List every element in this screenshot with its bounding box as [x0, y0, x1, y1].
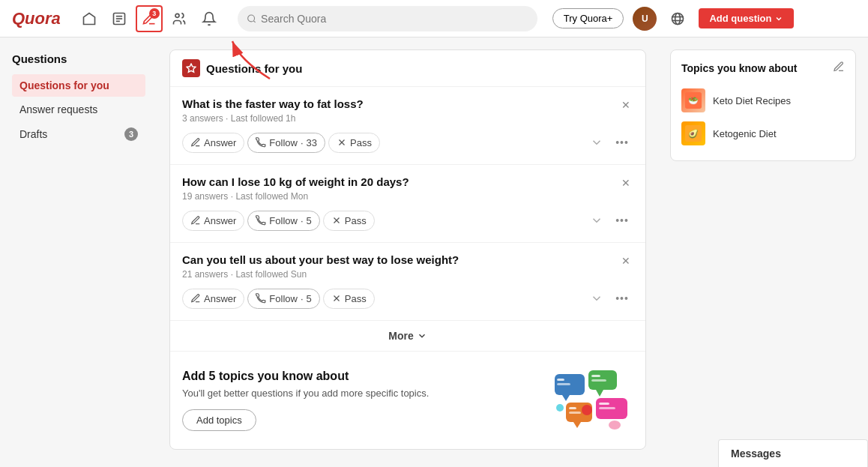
more-button[interactable]: More: [170, 321, 645, 352]
question-2-actions: Answer Follow · 5 Pass •••: [182, 209, 633, 232]
question-1-actions: Answer Follow · 33 Pass •••: [182, 131, 633, 154]
svg-text:🥗: 🥗: [688, 95, 699, 106]
quora-logo: Quora: [12, 9, 61, 28]
follow-q3-btn[interactable]: Follow · 5: [247, 289, 319, 309]
svg-text:🥑: 🥑: [688, 128, 699, 139]
messages-panel[interactable]: Messages: [718, 439, 868, 462]
user-avatar[interactable]: U: [633, 7, 657, 31]
topics-illustration: [551, 367, 633, 434]
svg-marker-24: [596, 390, 603, 397]
try-quora-button[interactable]: Try Quora+: [552, 8, 624, 28]
answers-icon-btn[interactable]: [106, 5, 133, 32]
close-question-1-btn[interactable]: ✕: [618, 97, 633, 112]
more-q1-btn[interactable]: •••: [611, 131, 633, 154]
app-header: Quora 3 Try Quora+ U: [0, 0, 868, 37]
add-topics-title: Add 5 topics you know about: [182, 370, 429, 383]
sidebar-item-drafts[interactable]: Drafts 3: [12, 122, 145, 146]
sidebar-item-label: Drafts: [19, 128, 47, 140]
svg-point-35: [556, 404, 564, 412]
downvote-q1-btn[interactable]: [585, 131, 608, 154]
sidebar-section-title: Questions: [12, 52, 145, 65]
close-question-3-btn[interactable]: ✕: [618, 253, 633, 268]
add-topics-button[interactable]: Add topics: [182, 409, 256, 431]
nav-icons: 3: [76, 5, 223, 32]
svg-point-6: [247, 15, 254, 22]
notifications-icon-btn[interactable]: [196, 5, 223, 32]
questions-header-icon: [182, 59, 200, 77]
add-topics-text: Add 5 topics you know about You'll get b…: [182, 370, 429, 431]
svg-point-8: [672, 13, 684, 24]
answer-q1-btn[interactable]: Answer: [182, 133, 244, 153]
topics-panel: Topics you know about 🥗 Keto Diet Recipe…: [670, 49, 856, 161]
ketogenic-diet-icon: 🥑: [681, 121, 705, 145]
answer-q3-btn[interactable]: Answer: [182, 289, 244, 309]
topics-panel-header: Topics you know about: [681, 61, 845, 75]
drafts-badge: 3: [124, 127, 138, 141]
question-item: ✕ Can you tell us about your best way to…: [170, 243, 645, 321]
main-content: Questions for you ✕ What is the faster w…: [157, 37, 658, 462]
language-icon-btn[interactable]: [666, 7, 690, 31]
question-1-meta: 3 answers · Last followed 1h: [182, 113, 633, 124]
questions-card: Questions for you ✕ What is the faster w…: [169, 49, 646, 450]
question-3-meta: 21 answers · Last followed Sun: [182, 269, 633, 280]
question-2-meta: 19 answers · Last followed Mon: [182, 191, 633, 202]
svg-point-36: [609, 421, 621, 430]
more-q2-btn[interactable]: •••: [611, 209, 633, 232]
svg-rect-33: [599, 407, 615, 409]
downvote-q2-btn[interactable]: [585, 209, 608, 232]
pass-q3-btn[interactable]: Pass: [323, 289, 375, 309]
question-item: ✕ What is the faster way to fat loss? 3 …: [170, 87, 645, 165]
follow-q1-btn[interactable]: Follow · 33: [247, 133, 325, 153]
sidebar-right: Topics you know about 🥗 Keto Diet Recipe…: [658, 37, 868, 462]
downvote-q3-btn[interactable]: [585, 287, 608, 310]
topic-item[interactable]: 🥑 Ketogenic Diet: [681, 117, 845, 150]
svg-rect-21: [557, 379, 564, 381]
add-topics-section: Add 5 topics you know about You'll get b…: [170, 352, 645, 449]
main-layout: Questions Questions for you Answer reque…: [0, 37, 868, 462]
add-question-button[interactable]: Add question: [699, 8, 794, 28]
topic-item[interactable]: 🥗 Keto Diet Recipes: [681, 84, 845, 117]
write-badge: 3: [149, 8, 160, 19]
svg-point-9: [675, 13, 681, 24]
question-3-title: Can you tell us about your best way to l…: [182, 253, 633, 266]
question-1-title: What is the faster way to fat loss?: [182, 97, 633, 110]
svg-rect-32: [599, 403, 609, 405]
card-header: Questions for you: [170, 50, 645, 87]
svg-rect-25: [591, 375, 600, 377]
pass-q1-btn[interactable]: Pass: [328, 133, 380, 153]
home-icon-btn[interactable]: [76, 5, 103, 32]
keto-diet-label: Keto Diet Recipes: [713, 95, 791, 106]
svg-rect-22: [557, 383, 570, 385]
svg-rect-29: [569, 407, 576, 409]
keto-diet-icon: 🥗: [681, 88, 705, 112]
search-input[interactable]: [261, 13, 528, 25]
svg-marker-20: [562, 395, 570, 401]
sidebar-item-label: Answer requests: [19, 103, 97, 115]
question-2-title: How can I lose 10 kg of weight in 20 day…: [182, 175, 633, 188]
add-topics-desc: You'll get better questions if you add m…: [182, 388, 429, 399]
question-item: ✕ How can I lose 10 kg of weight in 20 d…: [170, 165, 645, 243]
sidebar-item-label: Questions for you: [19, 79, 109, 91]
svg-rect-26: [591, 379, 606, 382]
sidebar-item-questions-for-you[interactable]: Questions for you: [12, 74, 145, 97]
svg-point-4: [175, 13, 179, 17]
sidebar-item-answer-requests[interactable]: Answer requests: [12, 98, 145, 121]
svg-line-7: [253, 20, 255, 22]
search-icon: [247, 13, 256, 24]
write-icon-btn[interactable]: 3: [136, 5, 163, 32]
people-icon-btn[interactable]: [166, 5, 193, 32]
ketogenic-diet-label: Ketogenic Diet: [713, 128, 777, 139]
answer-q2-btn[interactable]: Answer: [182, 211, 244, 231]
svg-marker-28: [573, 422, 581, 428]
follow-q2-btn[interactable]: Follow · 5: [247, 211, 319, 231]
search-bar: [238, 6, 537, 31]
question-3-actions: Answer Follow · 5 Pass •••: [182, 287, 633, 310]
svg-marker-12: [187, 64, 196, 72]
more-q3-btn[interactable]: •••: [611, 287, 633, 310]
svg-point-34: [582, 405, 592, 415]
topics-panel-title: Topics you know about: [681, 62, 798, 74]
sidebar-left: Questions Questions for you Answer reque…: [0, 37, 157, 462]
edit-topics-icon[interactable]: [833, 61, 845, 75]
close-question-2-btn[interactable]: ✕: [618, 175, 633, 190]
pass-q2-btn[interactable]: Pass: [323, 211, 375, 231]
